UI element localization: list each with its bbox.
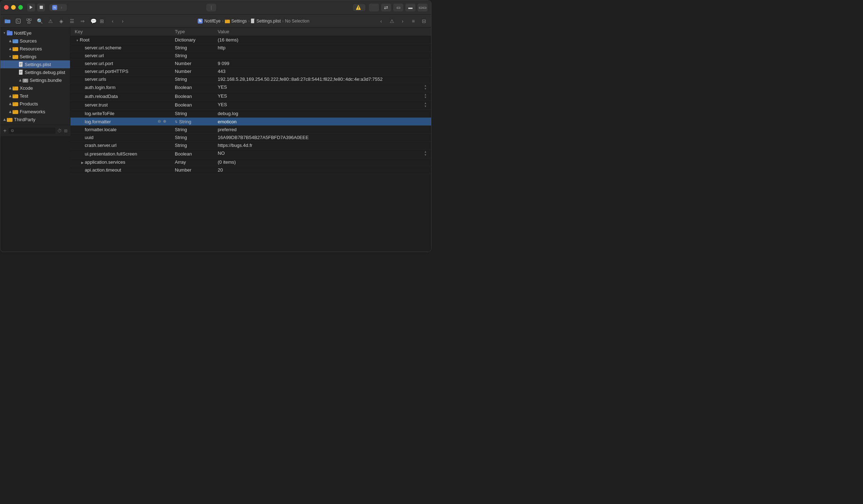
run-button[interactable] (27, 4, 35, 11)
next-issue-btn[interactable]: › (398, 17, 407, 25)
scheme-selector[interactable]: N › (49, 4, 67, 11)
plist-value: debug.log (213, 109, 431, 117)
table-row[interactable]: server.url.schemeStringhttp (70, 44, 431, 52)
table-row[interactable]: server.urlString (70, 52, 431, 60)
nav-forward-btn[interactable]: › (118, 17, 127, 25)
arrow-frameworks: ▶ (8, 109, 12, 114)
sidebar-item-sources[interactable]: ▶ Sources (0, 37, 70, 45)
close-button[interactable] (4, 5, 9, 10)
sidebar-item-products[interactable]: ▶ Products (0, 100, 70, 108)
plist-value: 9 099 (213, 60, 431, 68)
row-arrow[interactable]: ▾ (75, 39, 80, 42)
comment-btn[interactable]: 💬 (89, 17, 98, 25)
row-arrow[interactable]: ▶ (80, 161, 85, 164)
debug-btn[interactable]: ◈ (57, 17, 65, 25)
svg-rect-13 (225, 20, 227, 21)
add-button[interactable] (369, 4, 379, 11)
stepper[interactable]: ▲▼ (424, 150, 427, 157)
plist-type: String (171, 109, 213, 117)
stepper[interactable]: ▲▼ (424, 93, 427, 100)
table-row[interactable]: auth.login.formBooleanYES▲▼ (70, 83, 431, 92)
plist-value: (0 items) (213, 158, 431, 166)
split-btn[interactable]: ⊟ (420, 17, 428, 25)
plist-value (213, 52, 431, 60)
stepper[interactable]: ▲▼ (424, 84, 427, 91)
layout-btn-4[interactable]: ▭▭ (418, 4, 428, 11)
breadcrumb-notifeye[interactable]: NotifEye (204, 19, 221, 24)
plist-value: (16 items) (213, 36, 431, 44)
table-row[interactable]: formatter.localeStringpreferred (70, 126, 431, 134)
stop-button[interactable] (37, 4, 45, 11)
arrow-products: ▶ (8, 101, 12, 106)
nav-back-btn[interactable]: ‹ (108, 17, 117, 25)
plist-type: String (171, 44, 213, 52)
table-row[interactable]: log.formatter⊖⊕⇅Stringemoticon (70, 117, 431, 126)
breadcrumb-settings[interactable]: Settings (231, 19, 247, 24)
warning-badge[interactable]: ⚠️ (353, 4, 365, 11)
sidebar-item-settings-plist[interactable]: Settings.plist (0, 60, 70, 68)
grid-icon[interactable]: ⊞ (64, 128, 68, 133)
stepper[interactable]: ▲▼ (424, 102, 427, 108)
sidebar-item-thirdparty[interactable]: ▶ ThirdParty (0, 115, 70, 123)
plist-key: server.trust (70, 101, 171, 110)
table-row[interactable]: ▶application.servicesArray(0 items) (70, 158, 431, 166)
branch-btn[interactable]: ⇒ (78, 17, 87, 25)
sidebar-item-resources[interactable]: ▶ Resources (0, 45, 70, 53)
table-row[interactable]: uuidString16A99DB7B7B54B27A5FBFD7A396A0E… (70, 134, 431, 142)
maximize-button[interactable] (18, 5, 23, 10)
grid-btn[interactable]: ⊞ (98, 17, 106, 25)
plist-value: http (213, 44, 431, 52)
content-scroll[interactable]: Key Type Value ▾RootDictionary(16 items)… (70, 28, 431, 252)
sidebar-item-settings[interactable]: ▾ Settings (0, 53, 70, 60)
titlebar: N › | ⚠️ ⇄ ▭ ▬ ▭▭ (0, 0, 431, 15)
svg-rect-5 (17, 20, 18, 21)
layout-btn-3[interactable]: ▬ (405, 4, 415, 11)
status-pill: | (206, 4, 216, 11)
clock-icon[interactable]: ⏱ (58, 128, 62, 133)
plist-value: YES▲▼ (213, 92, 431, 101)
breadcrumb-plist[interactable]: Settings.plist (256, 19, 281, 24)
main-area: ▾ NotifEye ▶ Sources ▶ Resources (0, 28, 431, 252)
sidebar-item-notifeye[interactable]: ▾ NotifEye (0, 29, 70, 37)
table-row[interactable]: log.writeToFileStringdebug.log (70, 109, 431, 117)
hierarchy-btn[interactable] (25, 17, 33, 25)
sidebar-item-settings-bundle[interactable]: ▶ Settings.bundle (0, 76, 70, 84)
warn-btn[interactable]: ⚠ (46, 17, 55, 25)
layout-btn-1[interactable]: ⇄ (381, 4, 391, 11)
svg-marker-30 (23, 70, 23, 70)
layout-btn-2[interactable]: ▭ (393, 4, 403, 11)
lines-btn[interactable]: ≡ (409, 17, 418, 25)
arrow-sources: ▶ (8, 38, 12, 43)
row-action-icons[interactable]: ⊖⊕ (158, 119, 166, 124)
svg-marker-25 (23, 62, 23, 63)
search-btn[interactable]: 🔍 (35, 17, 44, 25)
table-row[interactable]: auth.reloadDataBooleanYES▲▼ (70, 92, 431, 101)
toolbar-left: 🔍 ⚠ ◈ ☰ ⇒ 💬 (3, 17, 98, 25)
plist-type: Array (171, 158, 213, 166)
table-row[interactable]: ▾RootDictionary(16 items) (70, 36, 431, 44)
table-row[interactable]: crash.server.urlStringhttps://bugs.4d.fr (70, 142, 431, 149)
sidebar-item-frameworks[interactable]: ▶ Frameworks (0, 108, 70, 115)
plist-key: log.formatter⊖⊕ (70, 117, 171, 126)
inspector-btn[interactable] (14, 17, 23, 25)
minus-icon[interactable]: ⊖ (158, 119, 161, 124)
table-row[interactable]: server.trustBooleanYES▲▼ (70, 101, 431, 110)
minimize-button[interactable] (11, 5, 16, 10)
table-row[interactable]: server.url.portHTTPSNumber443 (70, 68, 431, 75)
sidebar-item-xcode[interactable]: ▶ Xcode (0, 84, 70, 92)
list-btn[interactable]: ☰ (68, 17, 76, 25)
table-row[interactable]: ui.presentation.fullScreenBooleanNO▲▼ (70, 149, 431, 158)
plist-table: Key Type Value ▾RootDictionary(16 items)… (70, 28, 431, 174)
table-row[interactable]: server.url.portNumber9 099 (70, 60, 431, 68)
sidebar-item-test[interactable]: ▶ Test (0, 92, 70, 100)
sidebar-add-btn[interactable]: + (3, 128, 6, 134)
prev-issue-btn[interactable]: ‹ (377, 17, 385, 25)
plist-key: api.action.timeout (70, 166, 171, 174)
plist-value: 20 (213, 166, 431, 174)
plist-key: server.url (70, 52, 171, 60)
table-row[interactable]: server.urlsString192.168.5.28,169.254.50… (70, 75, 431, 83)
sidebar-item-settings-debug[interactable]: Settings.debug.plist (0, 68, 70, 76)
plus-icon[interactable]: ⊕ (163, 119, 166, 124)
folder-icon-btn[interactable] (3, 17, 12, 25)
table-row[interactable]: api.action.timeoutNumber20 (70, 166, 431, 174)
